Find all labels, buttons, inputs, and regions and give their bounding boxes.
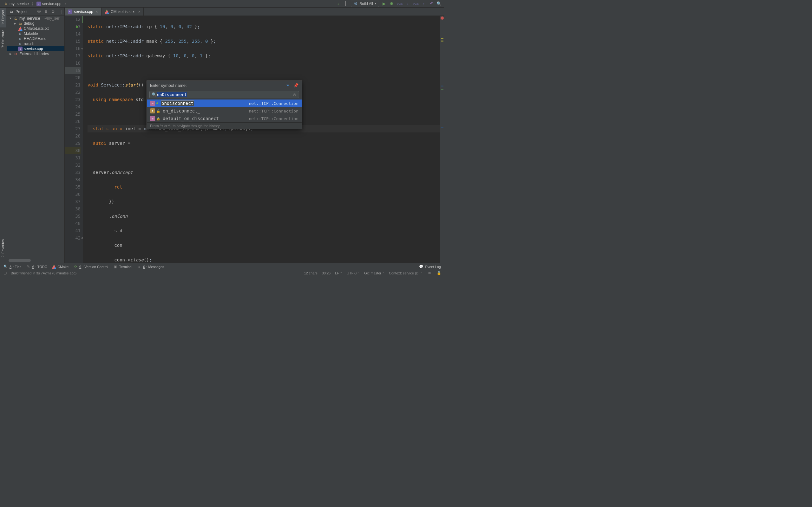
- status-text: Context: service [D]: [389, 271, 419, 275]
- status-encoding[interactable]: UTF-8⌃: [347, 271, 360, 276]
- method-icon: m: [150, 116, 155, 121]
- collapse-all-icon[interactable]: ⇊: [44, 9, 49, 14]
- status-context[interactable]: Context: service [D]⌃: [389, 271, 422, 276]
- build-config-select[interactable]: ⚒ Build All ▼: [351, 1, 379, 7]
- debug-icon[interactable]: ✸: [389, 1, 394, 6]
- close-icon[interactable]: ×: [96, 9, 98, 14]
- search-icon[interactable]: 🔍: [437, 1, 442, 6]
- filter-icon[interactable]: ⏷: [285, 83, 290, 88]
- tree-external-libs[interactable]: ▶ ⫾⫾ External Libraries: [7, 51, 64, 56]
- result-row[interactable]: m onDisconnect net::TCP::Connection: [147, 100, 302, 107]
- tool-todo[interactable]: ✎ 6: TODO: [26, 264, 48, 269]
- revert-icon[interactable]: ↶: [429, 1, 434, 6]
- editor-tab-service-cpp[interactable]: C service.cpp ×: [65, 8, 101, 15]
- scroll-target-icon[interactable]: ⦿: [37, 9, 42, 14]
- result-name-label: on_disconnect_: [163, 108, 200, 113]
- tree-root[interactable]: ▼ 🗀 my_service ~/my_ser: [7, 16, 64, 21]
- tool-window-toggle-icon[interactable]: ▢: [3, 271, 8, 276]
- status-bar: ▢ Build finished in 3s 742ms (6 minutes …: [0, 270, 444, 276]
- chevron-icon: ⌃: [340, 272, 342, 274]
- tree-root-path: ~/my_ser: [44, 16, 60, 20]
- result-context-label: net::TCP::Connection: [249, 116, 299, 121]
- new-badge-icon: [156, 102, 158, 104]
- breadcrumb-project[interactable]: 🗀 my_service: [3, 1, 30, 6]
- mnemonic: 3: [9, 265, 11, 269]
- clear-icon[interactable]: ⊗: [292, 92, 297, 97]
- run-icon[interactable]: ▶: [382, 1, 387, 6]
- tree-item-label: CMakeLists.txt: [24, 26, 49, 31]
- arrow-right-icon: ▶: [13, 22, 17, 25]
- vcs-update-icon[interactable]: ↓: [405, 1, 410, 6]
- tree-item-service-cpp[interactable]: C service.cpp: [7, 46, 64, 51]
- folder-icon: 🗀: [14, 16, 18, 20]
- popup-results: m onDisconnect net::TCP::Connection f 🔒 …: [147, 100, 302, 122]
- status-git-branch[interactable]: Git: master⌃: [364, 271, 385, 276]
- status-chars: 12 chars: [304, 271, 317, 276]
- bottom-tool-tabs: 🔍 3: Find ✎ 6: TODO CMake ⟳ 9: Version C…: [0, 263, 444, 270]
- editor-body[interactable]: 12 13⇄ 14 15 16⊖ 17 18 19 20 21 22 23 24…: [65, 16, 444, 263]
- editor-tab-cmakelists[interactable]: CMakeLists.txt ×: [101, 8, 144, 15]
- change-marker-icon: ⇄: [76, 23, 78, 31]
- tree-item-cmakelists[interactable]: CMakeLists.txt: [7, 26, 64, 31]
- lock-icon[interactable]: 🔒: [437, 271, 442, 276]
- tool-label: Event Log: [425, 265, 441, 269]
- close-icon[interactable]: ×: [138, 9, 140, 14]
- tool-find[interactable]: 🔍 3: Find: [3, 264, 21, 269]
- build-config-label: Build All: [359, 2, 373, 6]
- tool-messages[interactable]: ≡ 0: Messages: [137, 264, 164, 269]
- tree-item-makefile[interactable]: 🗎 Makefile: [7, 31, 64, 36]
- symbol-search-input[interactable]: [187, 92, 292, 97]
- popup-header: Enter symbol name: ⏷ 📌: [147, 81, 302, 90]
- tree-item-debug[interactable]: ▶ 🗀 debug: [7, 21, 64, 26]
- popup-search-wrap: 🔍 onDisconnect ⊗: [147, 90, 302, 100]
- tool-terminal[interactable]: ▣ Terminal: [113, 264, 133, 269]
- tree-item-label: debug: [24, 21, 34, 26]
- result-row[interactable]: f 🔒 on_disconnect_ net::TCP::Connection: [147, 107, 302, 115]
- status-message: Build finished in 3s 742ms (6 minutes ag…: [11, 271, 77, 275]
- horizontal-scrollbar[interactable]: [9, 259, 31, 262]
- cmake-file-icon: [105, 9, 109, 14]
- tree-item-readme[interactable]: 🗎 README.md: [7, 36, 64, 41]
- updates-icon[interactable]: ↓: [336, 1, 341, 6]
- pin-icon[interactable]: 📌: [293, 83, 299, 88]
- tool-version-control[interactable]: ⟳ 9: Version Control: [73, 264, 108, 269]
- status-caret-position: 30:26: [322, 271, 331, 276]
- inspection-icon[interactable]: 👁: [427, 271, 432, 276]
- dock-tab-favorites[interactable]: 2: Favorites: [0, 237, 6, 260]
- result-context-label: net::TCP::Connection: [249, 109, 299, 113]
- popup-search-box[interactable]: 🔍 onDisconnect ⊗: [149, 91, 299, 98]
- tree-item-label: External Libraries: [19, 52, 49, 56]
- code-text[interactable]: static net::IP4::addr ip { 10, 0, 0, 42 …: [83, 16, 444, 263]
- cmake-file-icon: [18, 26, 22, 31]
- result-row[interactable]: m 🔒 default_on_disconnect net::TCP::Conn…: [147, 115, 302, 122]
- tool-label: Terminal: [119, 265, 133, 269]
- status-text: UTF-8: [347, 271, 357, 275]
- breadcrumb-file-label: service.cpp: [42, 2, 61, 6]
- hide-panel-icon[interactable]: →|: [57, 9, 62, 14]
- dock-tab-project[interactable]: 1: Project: [0, 8, 6, 27]
- top-breadcrumb-bar: 🗀 my_service ⟩ C service.cpp ⟩ ↓ ┃ ⚒ Bui…: [0, 0, 444, 8]
- breadcrumb-file[interactable]: C service.cpp: [35, 1, 63, 6]
- vcs-icon: ⟳: [73, 264, 78, 269]
- chevron-icon: ⌃: [420, 272, 422, 274]
- dock-tab-structure[interactable]: 7: Structure: [0, 27, 6, 50]
- event-log-icon: 💬: [419, 264, 424, 269]
- search-query-text[interactable]: onDisconnect: [157, 92, 187, 97]
- tree-item-runsh[interactable]: 🗎 run.sh: [7, 41, 64, 46]
- vcs-commit-icon[interactable]: ↑: [421, 1, 426, 6]
- left-dock: 1: Project 7: Structure 2: Favorites: [0, 8, 7, 263]
- tree-item-label: README.md: [24, 37, 46, 41]
- gutter[interactable]: 12 13⇄ 14 15 16⊖ 17 18 19 20 21 22 23 24…: [65, 16, 83, 263]
- gear-icon[interactable]: ⚙: [50, 9, 55, 14]
- editor-scrollbar[interactable]: [440, 16, 444, 263]
- mnemonic: 6: [32, 265, 34, 269]
- symbol-search-popup: Enter symbol name: ⏷ 📌 🔍 onDisconnect ⊗ …: [147, 80, 302, 129]
- status-text: Git: master: [364, 271, 381, 275]
- project-tree[interactable]: ▼ 🗀 my_service ~/my_ser ▶ 🗀 debug CMakeL…: [7, 16, 64, 263]
- tool-cmake[interactable]: CMake: [52, 265, 68, 269]
- terminal-icon: ▣: [113, 264, 118, 269]
- tool-event-log[interactable]: 💬 Event Log: [419, 264, 441, 269]
- todo-icon: ✎: [26, 264, 31, 269]
- error-stripe-icon[interactable]: [441, 16, 444, 20]
- status-line-separator[interactable]: LF⌃: [335, 271, 342, 276]
